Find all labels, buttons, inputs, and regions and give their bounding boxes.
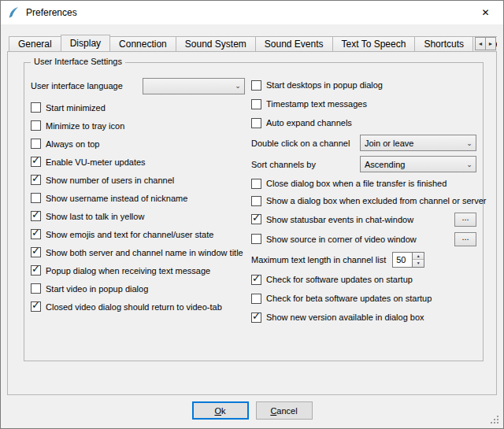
tab-shortcuts[interactable]: Shortcuts — [414, 36, 473, 51]
checkbox-label: Check for beta software updates on start… — [266, 294, 432, 303]
checkbox-start-minimized[interactable]: ✓ Start minimized — [31, 98, 245, 116]
spinner-value[interactable]: 50 — [392, 252, 413, 268]
checkbox[interactable]: ✓ — [31, 265, 41, 276]
checkbox-timestamp-messages[interactable]: ✓ Timestamp text messages — [251, 94, 476, 113]
checkbox-label: Start desktops in popup dialog — [266, 80, 383, 90]
checkbox[interactable]: ✓ — [251, 80, 261, 91]
checkbox[interactable]: ✓ — [31, 283, 41, 294]
checkbox-label: Start video in popup dialog — [46, 284, 148, 294]
combo-value: Join or leave — [365, 139, 463, 148]
statusbar-events-options-button[interactable]: ... — [454, 213, 476, 227]
spin-down-icon[interactable]: ▼ — [413, 259, 424, 267]
checkbox-show-number-of-users[interactable]: ✓ Show number of users in channel — [31, 171, 245, 189]
checkbox-popup-text-message[interactable]: ✓ Popup dialog when receiving text messa… — [31, 261, 245, 279]
checkbox-closed-video-return[interactable]: ✓ Closed video dialog should return to v… — [31, 298, 245, 316]
checkbox-label: Show source in corner of video window — [266, 235, 417, 244]
checkbox-label: Check for software updates on startup — [266, 275, 413, 284]
checkbox-check-updates[interactable]: ✓ Check for software updates on startup — [251, 270, 476, 289]
checkbox[interactable]: ✓ — [31, 229, 41, 239]
checkbox-show-last-to-talk[interactable]: ✓ Show last to talk in yellow — [31, 207, 245, 225]
checkbox[interactable]: ✓ — [31, 102, 41, 113]
checkbox-check-beta-updates[interactable]: ✓ Check for beta software updates on sta… — [251, 289, 476, 308]
checkbox[interactable]: ✓ — [251, 99, 261, 109]
checkbox-auto-expand-channels[interactable]: ✓ Auto expand channels — [251, 113, 476, 132]
checkbox[interactable]: ✓ — [251, 118, 261, 128]
resize-grip[interactable] — [491, 416, 500, 425]
checkbox-label: Show username instead of nickname — [46, 194, 187, 203]
checkbox-start-video-popup[interactable]: ✓ Start video in popup dialog — [31, 279, 245, 298]
checkbox-label: Show number of users in channel — [46, 176, 174, 185]
check-icon: ✓ — [32, 209, 40, 220]
checkbox-show-emojis[interactable]: ✓ Show emojis and text for channel/user … — [31, 225, 245, 243]
checkbox[interactable]: ✓ — [251, 234, 261, 244]
tab-scroll-right-button[interactable]: ► — [485, 37, 496, 50]
checkbox[interactable]: ✓ — [251, 196, 261, 206]
checkbox[interactable]: ✓ — [31, 247, 41, 257]
checkbox[interactable]: ✓ — [251, 179, 261, 189]
checkbox-show-username[interactable]: ✓ Show username instead of nickname — [31, 189, 245, 207]
checkbox-always-on-top[interactable]: ✓ Always on top — [31, 135, 245, 153]
left-column: User interface language ⌄ ✓ Start minimi… — [31, 76, 245, 361]
checkbox[interactable]: ✓ — [251, 214, 261, 224]
tab-general[interactable]: General — [9, 36, 61, 51]
checkbox[interactable]: ✓ — [31, 139, 41, 149]
cancel-button[interactable]: Cancel — [256, 401, 313, 420]
checkbox-label: Auto expand channels — [266, 118, 352, 128]
checkbox-label: Show emojis and text for channel/user st… — [46, 230, 213, 239]
app-logo-icon — [7, 6, 20, 19]
spin-up-icon[interactable]: ▲ — [413, 253, 424, 260]
tab-sound-system[interactable]: Sound System — [176, 36, 256, 51]
checkbox[interactable]: ✓ — [251, 294, 261, 304]
checkbox-server-channel-in-title[interactable]: ✓ Show both server and channel name in w… — [31, 243, 245, 261]
max-text-length-row: Maximum text length in channel list 50 ▲… — [251, 249, 476, 270]
window-title: Preferences — [26, 7, 468, 18]
double-click-row: Double click on a channel Join or leave … — [251, 132, 476, 153]
tab-bar: General Display Connection Sound System … — [9, 35, 497, 51]
checkbox[interactable]: ✓ — [31, 120, 41, 131]
checkbox[interactable]: ✓ — [251, 275, 261, 285]
ok-button[interactable]: Ok — [192, 401, 249, 420]
checkbox-video-source-corner[interactable]: ✓ Show source in corner of video window … — [251, 229, 476, 249]
tab-scroller: ◄ ► — [475, 37, 496, 50]
checkbox-enable-vu-meter[interactable]: ✓ Enable VU-meter updates — [31, 153, 245, 171]
checkbox[interactable]: ✓ — [31, 301, 41, 312]
max-text-length-spinner[interactable]: 50 ▲ ▼ — [392, 252, 424, 268]
checkbox-label: Show a dialog box when excluded from cha… — [266, 196, 486, 205]
checkbox[interactable]: ✓ — [31, 157, 41, 167]
tab-connection[interactable]: Connection — [109, 36, 176, 51]
chevron-down-icon: ⌄ — [463, 139, 476, 147]
checkbox-start-desktops-popup[interactable]: ✓ Start desktops in popup dialog — [251, 76, 476, 94]
checkbox-label: Enable VU-meter updates — [46, 157, 146, 167]
checkbox-label: Show last to talk in yellow — [46, 212, 144, 221]
language-row: User interface language ⌄ — [31, 76, 245, 96]
sort-channels-label: Sort channels by — [251, 160, 316, 169]
check-icon: ✓ — [252, 311, 261, 322]
language-select[interactable]: ⌄ — [143, 78, 245, 94]
checkbox[interactable]: ✓ — [31, 193, 41, 203]
checkbox[interactable]: ✓ — [31, 211, 41, 221]
checkbox[interactable]: ✓ — [251, 313, 261, 323]
double-click-label: Double click on a channel — [251, 139, 350, 148]
cancel-button-label: Cancel — [270, 406, 297, 416]
checkbox-show-new-version[interactable]: ✓ Show new version available in dialog b… — [251, 308, 476, 327]
sort-channels-row: Sort channels by Ascending ⌄ — [251, 153, 476, 175]
checkbox[interactable]: ✓ — [31, 175, 41, 185]
tab-text-to-speech[interactable]: Text To Speech — [332, 36, 416, 51]
checkbox-close-dialog-file-transfer[interactable]: ✓ Close dialog box when a file transfer … — [251, 175, 476, 192]
tab-display[interactable]: Display — [61, 35, 110, 51]
double-click-select[interactable]: Join or leave ⌄ — [360, 135, 476, 151]
combo-value: Ascending — [365, 160, 463, 169]
group-title: User Interface Settings — [31, 57, 125, 66]
close-icon[interactable]: ✕ — [468, 1, 503, 24]
tab-sound-events[interactable]: Sound Events — [255, 36, 333, 51]
check-icon: ✓ — [32, 264, 40, 275]
checkbox-statusbar-events[interactable]: ✓ Show statusbar events in chat-window .… — [251, 209, 476, 229]
check-icon: ✓ — [32, 300, 40, 311]
video-source-options-button[interactable]: ... — [454, 232, 476, 246]
checkbox-excluded-dialog[interactable]: ✓ Show a dialog box when excluded from c… — [251, 192, 476, 209]
checkbox-minimize-to-tray[interactable]: ✓ Minimize to tray icon — [31, 116, 245, 135]
checkbox-label: Popup dialog when receiving text message — [46, 266, 210, 276]
tab-scroll-left-button[interactable]: ◄ — [475, 37, 486, 50]
language-label: User interface language — [31, 81, 123, 91]
sort-channels-select[interactable]: Ascending ⌄ — [360, 156, 476, 172]
